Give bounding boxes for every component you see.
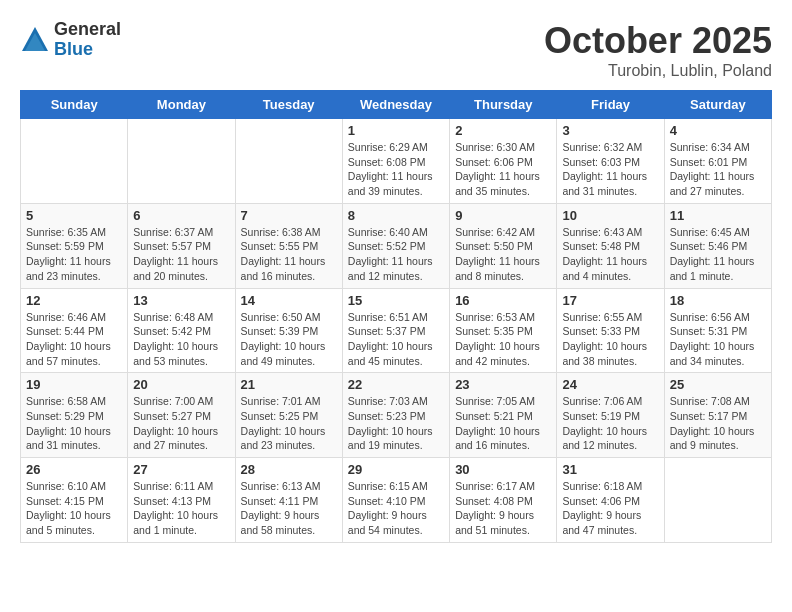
day-number: 31 xyxy=(562,462,658,477)
day-info: Sunrise: 7:06 AM Sunset: 5:19 PM Dayligh… xyxy=(562,394,658,453)
calendar-header-monday: Monday xyxy=(128,91,235,119)
calendar-day-7: 7Sunrise: 6:38 AM Sunset: 5:55 PM Daylig… xyxy=(235,203,342,288)
day-info: Sunrise: 6:50 AM Sunset: 5:39 PM Dayligh… xyxy=(241,310,337,369)
day-info: Sunrise: 6:11 AM Sunset: 4:13 PM Dayligh… xyxy=(133,479,229,538)
day-number: 17 xyxy=(562,293,658,308)
calendar-day-1: 1Sunrise: 6:29 AM Sunset: 6:08 PM Daylig… xyxy=(342,119,449,204)
logo-general-text: General xyxy=(54,20,121,40)
calendar-header-friday: Friday xyxy=(557,91,664,119)
day-info: Sunrise: 6:15 AM Sunset: 4:10 PM Dayligh… xyxy=(348,479,444,538)
day-info: Sunrise: 6:18 AM Sunset: 4:06 PM Dayligh… xyxy=(562,479,658,538)
day-info: Sunrise: 6:37 AM Sunset: 5:57 PM Dayligh… xyxy=(133,225,229,284)
calendar-day-8: 8Sunrise: 6:40 AM Sunset: 5:52 PM Daylig… xyxy=(342,203,449,288)
day-info: Sunrise: 6:40 AM Sunset: 5:52 PM Dayligh… xyxy=(348,225,444,284)
day-number: 22 xyxy=(348,377,444,392)
day-number: 1 xyxy=(348,123,444,138)
calendar-day-18: 18Sunrise: 6:56 AM Sunset: 5:31 PM Dayli… xyxy=(664,288,771,373)
day-number: 28 xyxy=(241,462,337,477)
calendar-header-wednesday: Wednesday xyxy=(342,91,449,119)
day-number: 14 xyxy=(241,293,337,308)
calendar-day-5: 5Sunrise: 6:35 AM Sunset: 5:59 PM Daylig… xyxy=(21,203,128,288)
calendar-day-15: 15Sunrise: 6:51 AM Sunset: 5:37 PM Dayli… xyxy=(342,288,449,373)
calendar-header-row: SundayMondayTuesdayWednesdayThursdayFrid… xyxy=(21,91,772,119)
calendar-day-2: 2Sunrise: 6:30 AM Sunset: 6:06 PM Daylig… xyxy=(450,119,557,204)
logo-blue-text: Blue xyxy=(54,40,121,60)
day-number: 7 xyxy=(241,208,337,223)
day-number: 29 xyxy=(348,462,444,477)
calendar-day-21: 21Sunrise: 7:01 AM Sunset: 5:25 PM Dayli… xyxy=(235,373,342,458)
day-info: Sunrise: 6:13 AM Sunset: 4:11 PM Dayligh… xyxy=(241,479,337,538)
day-number: 4 xyxy=(670,123,766,138)
day-info: Sunrise: 6:48 AM Sunset: 5:42 PM Dayligh… xyxy=(133,310,229,369)
calendar-empty-cell xyxy=(235,119,342,204)
day-info: Sunrise: 6:43 AM Sunset: 5:48 PM Dayligh… xyxy=(562,225,658,284)
day-number: 24 xyxy=(562,377,658,392)
calendar-header-sunday: Sunday xyxy=(21,91,128,119)
day-info: Sunrise: 6:34 AM Sunset: 6:01 PM Dayligh… xyxy=(670,140,766,199)
calendar-day-16: 16Sunrise: 6:53 AM Sunset: 5:35 PM Dayli… xyxy=(450,288,557,373)
calendar-table: SundayMondayTuesdayWednesdayThursdayFrid… xyxy=(20,90,772,543)
day-info: Sunrise: 6:55 AM Sunset: 5:33 PM Dayligh… xyxy=(562,310,658,369)
day-number: 23 xyxy=(455,377,551,392)
logo-icon xyxy=(20,25,50,55)
day-number: 25 xyxy=(670,377,766,392)
day-info: Sunrise: 6:42 AM Sunset: 5:50 PM Dayligh… xyxy=(455,225,551,284)
day-info: Sunrise: 6:53 AM Sunset: 5:35 PM Dayligh… xyxy=(455,310,551,369)
day-number: 18 xyxy=(670,293,766,308)
calendar-day-17: 17Sunrise: 6:55 AM Sunset: 5:33 PM Dayli… xyxy=(557,288,664,373)
calendar-empty-cell xyxy=(664,458,771,543)
calendar-day-19: 19Sunrise: 6:58 AM Sunset: 5:29 PM Dayli… xyxy=(21,373,128,458)
day-info: Sunrise: 7:00 AM Sunset: 5:27 PM Dayligh… xyxy=(133,394,229,453)
day-number: 30 xyxy=(455,462,551,477)
calendar-empty-cell xyxy=(21,119,128,204)
calendar-day-12: 12Sunrise: 6:46 AM Sunset: 5:44 PM Dayli… xyxy=(21,288,128,373)
location-title: Turobin, Lublin, Poland xyxy=(544,62,772,80)
calendar-day-26: 26Sunrise: 6:10 AM Sunset: 4:15 PM Dayli… xyxy=(21,458,128,543)
calendar-day-20: 20Sunrise: 7:00 AM Sunset: 5:27 PM Dayli… xyxy=(128,373,235,458)
month-title: October 2025 xyxy=(544,20,772,62)
calendar-day-11: 11Sunrise: 6:45 AM Sunset: 5:46 PM Dayli… xyxy=(664,203,771,288)
calendar-header-saturday: Saturday xyxy=(664,91,771,119)
day-info: Sunrise: 7:05 AM Sunset: 5:21 PM Dayligh… xyxy=(455,394,551,453)
calendar-day-30: 30Sunrise: 6:17 AM Sunset: 4:08 PM Dayli… xyxy=(450,458,557,543)
day-number: 13 xyxy=(133,293,229,308)
day-number: 5 xyxy=(26,208,122,223)
calendar-day-24: 24Sunrise: 7:06 AM Sunset: 5:19 PM Dayli… xyxy=(557,373,664,458)
calendar-day-10: 10Sunrise: 6:43 AM Sunset: 5:48 PM Dayli… xyxy=(557,203,664,288)
calendar-day-23: 23Sunrise: 7:05 AM Sunset: 5:21 PM Dayli… xyxy=(450,373,557,458)
day-info: Sunrise: 6:30 AM Sunset: 6:06 PM Dayligh… xyxy=(455,140,551,199)
day-info: Sunrise: 6:46 AM Sunset: 5:44 PM Dayligh… xyxy=(26,310,122,369)
day-number: 21 xyxy=(241,377,337,392)
calendar-day-28: 28Sunrise: 6:13 AM Sunset: 4:11 PM Dayli… xyxy=(235,458,342,543)
calendar-day-9: 9Sunrise: 6:42 AM Sunset: 5:50 PM Daylig… xyxy=(450,203,557,288)
day-number: 6 xyxy=(133,208,229,223)
day-info: Sunrise: 6:45 AM Sunset: 5:46 PM Dayligh… xyxy=(670,225,766,284)
calendar-day-27: 27Sunrise: 6:11 AM Sunset: 4:13 PM Dayli… xyxy=(128,458,235,543)
logo: General Blue xyxy=(20,20,121,60)
day-info: Sunrise: 6:32 AM Sunset: 6:03 PM Dayligh… xyxy=(562,140,658,199)
day-info: Sunrise: 6:35 AM Sunset: 5:59 PM Dayligh… xyxy=(26,225,122,284)
day-number: 19 xyxy=(26,377,122,392)
day-number: 27 xyxy=(133,462,229,477)
day-info: Sunrise: 6:10 AM Sunset: 4:15 PM Dayligh… xyxy=(26,479,122,538)
day-number: 11 xyxy=(670,208,766,223)
calendar-week-row: 12Sunrise: 6:46 AM Sunset: 5:44 PM Dayli… xyxy=(21,288,772,373)
calendar-week-row: 26Sunrise: 6:10 AM Sunset: 4:15 PM Dayli… xyxy=(21,458,772,543)
title-block: October 2025 Turobin, Lublin, Poland xyxy=(544,20,772,80)
day-info: Sunrise: 7:08 AM Sunset: 5:17 PM Dayligh… xyxy=(670,394,766,453)
day-info: Sunrise: 6:58 AM Sunset: 5:29 PM Dayligh… xyxy=(26,394,122,453)
day-number: 9 xyxy=(455,208,551,223)
calendar-day-25: 25Sunrise: 7:08 AM Sunset: 5:17 PM Dayli… xyxy=(664,373,771,458)
calendar-day-3: 3Sunrise: 6:32 AM Sunset: 6:03 PM Daylig… xyxy=(557,119,664,204)
calendar-week-row: 5Sunrise: 6:35 AM Sunset: 5:59 PM Daylig… xyxy=(21,203,772,288)
calendar-header-thursday: Thursday xyxy=(450,91,557,119)
page-header: General Blue October 2025 Turobin, Lubli… xyxy=(20,20,772,80)
day-number: 20 xyxy=(133,377,229,392)
day-info: Sunrise: 7:03 AM Sunset: 5:23 PM Dayligh… xyxy=(348,394,444,453)
calendar-day-22: 22Sunrise: 7:03 AM Sunset: 5:23 PM Dayli… xyxy=(342,373,449,458)
day-info: Sunrise: 6:29 AM Sunset: 6:08 PM Dayligh… xyxy=(348,140,444,199)
day-info: Sunrise: 7:01 AM Sunset: 5:25 PM Dayligh… xyxy=(241,394,337,453)
day-number: 12 xyxy=(26,293,122,308)
calendar-day-13: 13Sunrise: 6:48 AM Sunset: 5:42 PM Dayli… xyxy=(128,288,235,373)
day-info: Sunrise: 6:17 AM Sunset: 4:08 PM Dayligh… xyxy=(455,479,551,538)
